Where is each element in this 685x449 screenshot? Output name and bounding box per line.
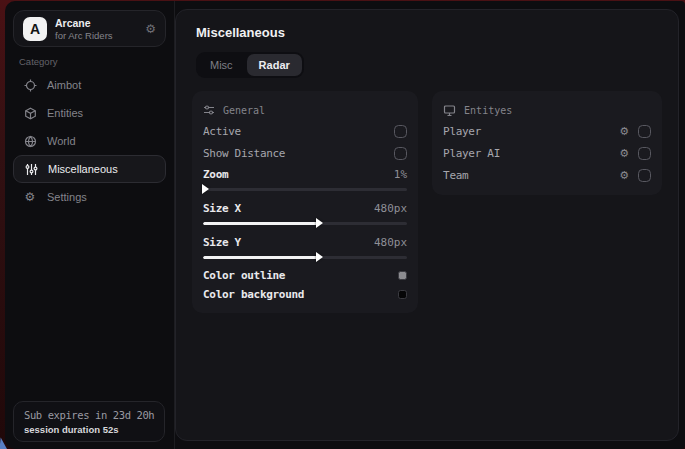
slider-value: 480px <box>374 236 407 249</box>
entity-label: Player AI <box>443 147 500 160</box>
slider-thumb[interactable] <box>316 218 323 228</box>
toggle-label: Show Distance <box>203 147 285 160</box>
slider-thumb[interactable] <box>202 184 209 194</box>
slider-row-zoom: Zoom 1% <box>203 164 407 184</box>
gear-icon[interactable]: ⚙ <box>145 22 156 36</box>
sliders-icon <box>24 162 38 176</box>
page-title: Miscellaneous <box>196 25 662 40</box>
sidebar-item-label: Settings <box>47 191 87 203</box>
sidebar-item-aimbot[interactable]: Aimbot <box>13 71 166 99</box>
mouse-cursor <box>0 438 10 449</box>
team-checkbox[interactable] <box>638 169 651 182</box>
sliders-small-icon <box>203 104 215 116</box>
active-checkbox[interactable] <box>394 125 407 138</box>
size-x-slider[interactable] <box>203 218 407 229</box>
slider-label: Size X <box>203 202 241 215</box>
gear-icon[interactable]: ⚙ <box>619 147 629 160</box>
tab-bar: Misc Radar <box>196 52 304 78</box>
sidebar-nav: Aimbot Entities Wo <box>13 71 166 211</box>
sub-expires-text: Sub expires in 23d 20h <box>24 409 154 421</box>
sidebar-item-label: World <box>47 135 76 147</box>
general-header-label: General <box>223 105 265 116</box>
size-y-slider[interactable] <box>203 252 407 263</box>
slider-fill <box>203 256 319 259</box>
session-duration-text: session duration 52s <box>24 424 154 435</box>
entity-row-player-ai: Player AI ⚙ <box>443 142 651 164</box>
slider-label: Zoom <box>203 168 228 181</box>
subscription-card: Sub expires in 23d 20h session duration … <box>13 401 165 442</box>
color-label: Color background <box>203 288 304 301</box>
sidebar-item-entities[interactable]: Entities <box>13 99 166 127</box>
main-panel: Miscellaneous Misc Radar General Active <box>175 9 679 441</box>
entities-card-header: Entityes <box>443 100 651 120</box>
zoom-slider[interactable] <box>203 184 407 195</box>
sidebar-item-world[interactable]: World <box>13 127 166 155</box>
show-distance-checkbox[interactable] <box>394 147 407 160</box>
slider-value: 1% <box>394 168 407 181</box>
slider-track <box>203 188 407 191</box>
entities-header-label: Entityes <box>464 105 512 116</box>
slider-track <box>203 222 407 225</box>
tab-misc[interactable]: Misc <box>198 54 245 76</box>
entity-label: Team <box>443 169 468 182</box>
cards-row: General Active Show Distance Zoom 1% <box>192 91 662 313</box>
general-card: General Active Show Distance Zoom 1% <box>192 91 418 313</box>
brand-text: Arcane for Arc Riders <box>55 17 113 41</box>
entity-label: Player <box>443 125 481 138</box>
slider-fill <box>203 222 319 225</box>
gear-icon[interactable]: ⚙ <box>619 169 629 182</box>
app-logo: A <box>23 17 47 41</box>
globe-icon <box>23 134 37 148</box>
sidebar-item-miscellaneous[interactable]: Miscellaneous <box>13 155 166 183</box>
brand-subtitle: for Arc Riders <box>55 30 113 41</box>
player-checkbox[interactable] <box>638 125 651 138</box>
toggle-row-active: Active <box>203 120 407 142</box>
app-window: A Arcane for Arc Riders ⚙ Category Aimbo… <box>5 1 685 449</box>
slider-row-size-y: Size Y 480px <box>203 232 407 252</box>
general-card-header: General <box>203 100 407 120</box>
slider-track <box>203 256 407 259</box>
sidebar-item-label: Aimbot <box>47 79 81 91</box>
player-ai-checkbox[interactable] <box>638 147 651 160</box>
category-label: Category <box>19 56 58 67</box>
toggle-row-show-distance: Show Distance <box>203 142 407 164</box>
crosshair-icon <box>23 78 37 92</box>
sidebar-item-settings[interactable]: ⚙ Settings <box>13 183 166 211</box>
toggle-label: Active <box>203 125 241 138</box>
gear-icon[interactable]: ⚙ <box>619 125 629 138</box>
slider-row-size-x: Size X 480px <box>203 198 407 218</box>
gear-icon: ⚙ <box>23 190 37 204</box>
slider-label: Size Y <box>203 236 241 249</box>
monitor-icon <box>443 104 456 117</box>
brand-card: A Arcane for Arc Riders ⚙ <box>13 10 166 47</box>
color-label: Color outline <box>203 269 285 282</box>
color-outline-swatch[interactable] <box>398 271 407 280</box>
slider-thumb[interactable] <box>316 252 323 262</box>
desktop-background: A Arcane for Arc Riders ⚙ Category Aimbo… <box>0 0 685 449</box>
cube-icon <box>23 106 37 120</box>
entities-card: Entityes Player ⚙ Player AI ⚙ <box>432 91 662 195</box>
sidebar: A Arcane for Arc Riders ⚙ Category Aimbo… <box>5 1 175 449</box>
tab-radar[interactable]: Radar <box>247 54 302 76</box>
entity-row-player: Player ⚙ <box>443 120 651 142</box>
entity-row-team: Team ⚙ <box>443 164 651 186</box>
sidebar-item-label: Entities <box>47 107 83 119</box>
color-row-background: Color background <box>203 285 407 304</box>
slider-value: 480px <box>374 202 407 215</box>
color-background-swatch[interactable] <box>398 290 407 299</box>
color-row-outline: Color outline <box>203 266 407 285</box>
sidebar-item-label: Miscellaneous <box>48 163 118 175</box>
brand-title: Arcane <box>55 17 113 30</box>
